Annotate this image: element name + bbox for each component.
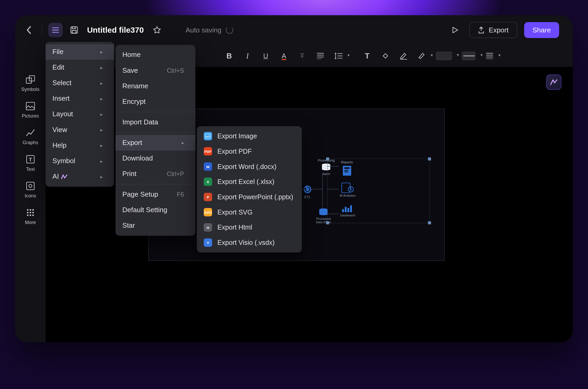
diagram-selection[interactable]: Reports BI Analytics Dashboard [327, 159, 430, 223]
selection-handle[interactable] [428, 221, 431, 225]
diagram-connector [327, 166, 339, 167]
menu-item-page-setup[interactable]: Page SetupF6 [116, 187, 195, 202]
menu-item-export-powerpoint-pptx-[interactable]: PExport PowerPoint (.pptx) [197, 189, 302, 205]
menu-item-select[interactable]: Select▸ [46, 75, 114, 91]
diagram-connector [327, 214, 339, 214]
spinner-icon [226, 26, 234, 34]
hamburger-menu-button[interactable] [48, 23, 63, 37]
sidebar-item-text[interactable]: T Text [18, 154, 42, 172]
stroke-color-swatch[interactable] [436, 52, 452, 60]
chevron-right-icon: ▸ [100, 174, 103, 179]
menu-item-layout[interactable]: Layout▸ [46, 106, 114, 122]
svg-rect-4 [26, 78, 32, 83]
menu-item-import-data[interactable]: Import Data [116, 114, 195, 130]
diagram-node[interactable]: ETL [302, 184, 312, 199]
pen-tool-button[interactable] [418, 52, 426, 60]
line-style-swatch[interactable] [462, 52, 476, 60]
menu-item-home[interactable]: Home [116, 47, 195, 63]
play-button[interactable] [447, 22, 463, 38]
strikethrough-button[interactable]: T [298, 52, 306, 60]
sidebar-item-pictures[interactable]: Pictures [18, 101, 42, 119]
chevron-right-icon: ▸ [100, 80, 103, 86]
chevron-right-icon: ▸ [100, 96, 103, 101]
export-submenu: Export ImagePDFExport PDFWExport Word (.… [197, 126, 302, 252]
main-menu: File▸Edit▸Select▸Insert▸Layout▸View▸Help… [46, 42, 114, 187]
svg-rect-28 [342, 209, 344, 212]
sidebar-item-more[interactable]: More [18, 208, 42, 225]
left-sidebar: Symbols Pictures Graphs T Text Icons Mor… [15, 45, 46, 342]
chevron-right-icon: ▸ [100, 65, 103, 70]
align-button[interactable] [316, 52, 325, 60]
graphs-icon [26, 128, 36, 138]
svg-rect-6 [26, 102, 35, 110]
menu-item-edit[interactable]: Edit▸ [46, 60, 114, 75]
highlight-button[interactable] [399, 52, 408, 60]
list-button[interactable] [485, 52, 494, 60]
menu-item-export[interactable]: Export▸ [116, 135, 195, 150]
text-color-button[interactable]: A [280, 52, 288, 60]
menu-item-help[interactable]: Help▸ [46, 138, 114, 153]
svg-text:T: T [29, 157, 32, 162]
menu-item-export-excel-xlsx-[interactable]: XExport Excel (.xlsx) [197, 174, 302, 189]
bold-button[interactable]: B [225, 52, 233, 60]
menu-item-view[interactable]: View▸ [46, 122, 114, 138]
autosave-status: Auto saving [186, 26, 234, 34]
menu-shortcut: F6 [177, 191, 184, 198]
line-spacing-button[interactable] [335, 52, 343, 60]
menu-item-export-image[interactable]: Export Image [197, 129, 302, 144]
menu-item-default-setting[interactable]: Default Setting [116, 202, 195, 218]
italic-button[interactable]: I [243, 52, 252, 60]
shapes-icon [26, 75, 36, 85]
sidebar-item-graphs[interactable]: Graphs [18, 128, 42, 145]
selection-handle[interactable] [326, 157, 329, 161]
chevron-right-icon: ▸ [100, 143, 103, 148]
menu-item-export-visio-vsdx-[interactable]: VExport Visio (.vsdx) [197, 235, 302, 250]
format-badge-icon [204, 132, 212, 140]
diagram-node[interactable]: BI Analytics [340, 183, 356, 197]
sidebar-item-label: Text [26, 167, 35, 172]
menu-item-export-word-docx-[interactable]: WExport Word (.docx) [197, 159, 302, 174]
diagram-node[interactable]: Reports [341, 161, 353, 177]
menu-item-export-svg[interactable]: SVGExport SVG [197, 205, 302, 220]
menu-item-encrypt[interactable]: Encrypt [116, 94, 195, 109]
svg-rect-2 [72, 30, 76, 33]
selection-handle[interactable] [326, 221, 329, 225]
star-button[interactable] [151, 22, 163, 38]
text-tool-button[interactable]: T [363, 52, 371, 60]
svg-rect-24 [344, 170, 348, 171]
document-title[interactable]: Untitled file370 [87, 26, 144, 35]
menu-item-rename[interactable]: Rename [116, 78, 195, 94]
menu-item-ai[interactable]: AI ▸ [46, 169, 114, 184]
format-badge-icon: SVG [204, 208, 212, 216]
menu-item-save[interactable]: SaveCtrl+S [116, 63, 195, 78]
back-button[interactable] [21, 22, 37, 38]
menu-item-export-pdf[interactable]: PDFExport PDF [197, 144, 302, 159]
selection-handle[interactable] [428, 157, 431, 161]
separator [42, 24, 42, 36]
share-button[interactable]: Share [524, 22, 559, 38]
sidebar-item-icons[interactable]: Icons [18, 181, 42, 198]
menu-item-print[interactable]: PrintCtrl+P [116, 166, 195, 182]
app-window: Untitled file370 Auto saving Export Shar… [15, 15, 573, 342]
diagram-connector [312, 189, 323, 189]
menu-item-symbol[interactable]: Symbol▸ [46, 153, 114, 169]
underline-button[interactable]: U [262, 52, 270, 60]
menu-divider [116, 132, 195, 133]
menu-item-export-html[interactable]: HExport Html [197, 220, 302, 235]
export-button[interactable]: Export [469, 22, 517, 38]
menu-shortcut: Ctrl+P [167, 171, 184, 177]
export-button-label: Export [489, 26, 508, 34]
menu-item-insert[interactable]: Insert▸ [46, 91, 114, 106]
menu-item-star[interactable]: Star [116, 218, 195, 234]
menu-item-download[interactable]: Download [116, 150, 195, 166]
save-icon[interactable] [66, 22, 82, 38]
ai-assistant-button[interactable] [546, 75, 561, 90]
chevron-right-icon: ▸ [100, 127, 103, 133]
format-badge-icon: PDF [204, 147, 212, 155]
diagram-node[interactable]: Dashboard [340, 204, 355, 217]
sidebar-item-symbols[interactable]: Symbols [18, 75, 42, 92]
fill-color-button[interactable] [381, 52, 390, 60]
more-icon [26, 208, 36, 218]
svg-point-13 [32, 209, 34, 211]
menu-item-file[interactable]: File▸ [46, 44, 114, 60]
